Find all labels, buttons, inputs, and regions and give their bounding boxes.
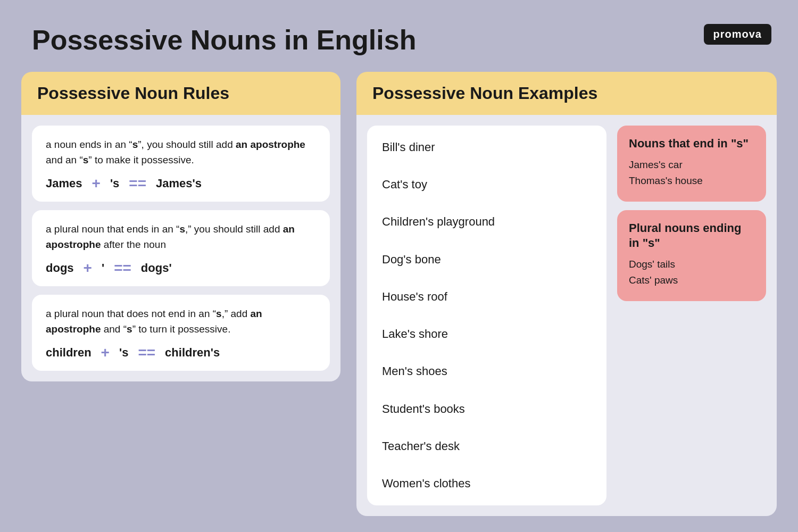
rule-card-1: a noun ends in an “s”, you should still … <box>32 126 330 202</box>
formula-word1: James <box>46 177 82 190</box>
left-body: a noun ends in an “s”, you should still … <box>21 115 340 381</box>
page-title: Possessive Nouns in English <box>32 24 416 56</box>
example-item-7: Student's books <box>382 399 592 419</box>
formula-word2-3: 's <box>119 346 128 360</box>
rule-text-2: a plural noun that ends in an “s,” you s… <box>46 222 316 252</box>
right-body: Bill's dinerCat's toyChildren's playgrou… <box>356 115 777 516</box>
side-box-item-0-1: Thomas's house <box>629 175 754 187</box>
side-box-item-1-1: Cats' paws <box>629 275 754 286</box>
formula-word2: 's <box>110 177 119 190</box>
formula-equals-1: == <box>129 175 146 192</box>
formula-word1-2: dogs <box>46 261 74 275</box>
example-item-5: Lake's shore <box>382 324 592 344</box>
formula-result-2: dogs' <box>141 261 172 275</box>
formula-word1-3: children <box>46 346 92 360</box>
formula-equals-2: == <box>114 260 131 277</box>
formula-plus-3: + <box>101 344 110 361</box>
side-box-title-0: Nouns that end in "s" <box>629 136 754 152</box>
example-item-3: Dog's bone <box>382 250 592 270</box>
example-item-6: Men's shoes <box>382 361 592 381</box>
rule-formula-3: children + 's == children's <box>46 344 316 361</box>
right-panel: Possessive Noun Examples Bill's dinerCat… <box>356 72 777 516</box>
rule-card-3: a plural noun that does not end in an “s… <box>32 295 330 371</box>
side-boxes: Nouns that end in "s"James's carThomas's… <box>617 126 766 505</box>
example-item-9: Women's clothes <box>382 473 592 494</box>
formula-equals-3: == <box>138 344 155 361</box>
side-box-title-1: Plural nouns ending in "s" <box>629 221 754 251</box>
example-item-0: Bill's diner <box>382 137 592 157</box>
example-item-4: House's roof <box>382 287 592 307</box>
side-box-item-0-0: James's car <box>629 159 754 171</box>
left-header-title: Possessive Noun Rules <box>37 84 325 103</box>
rule-formula-1: James + 's == James's <box>46 175 316 192</box>
rule-card-2: a plural noun that ends in an “s,” you s… <box>32 210 330 286</box>
side-box-item-1-0: Dogs' tails <box>629 259 754 270</box>
brand-badge: promova <box>704 24 771 45</box>
left-panel: Possessive Noun Rules a noun ends in an … <box>21 72 340 516</box>
example-item-2: Children's playground <box>382 212 592 232</box>
examples-list: Bill's dinerCat's toyChildren's playgrou… <box>367 126 606 505</box>
right-header: Possessive Noun Examples <box>356 72 777 115</box>
side-box-1: Plural nouns ending in "s"Dogs' tailsCat… <box>617 210 766 301</box>
example-item-8: Teacher's desk <box>382 436 592 456</box>
rule-text-1: a noun ends in an “s”, you should still … <box>46 137 316 168</box>
rule-formula-2: dogs + ' == dogs' <box>46 260 316 277</box>
formula-word2-2: ' <box>102 261 104 275</box>
left-header: Possessive Noun Rules <box>21 72 340 115</box>
rule-text-3: a plural noun that does not end in an “s… <box>46 306 316 337</box>
side-box-0: Nouns that end in "s"James's carThomas's… <box>617 126 766 202</box>
right-header-title: Possessive Noun Examples <box>372 84 761 103</box>
formula-plus-1: + <box>92 175 101 192</box>
example-item-1: Cat's toy <box>382 174 592 195</box>
formula-plus-2: + <box>84 260 92 277</box>
formula-result-3: children's <box>165 346 220 360</box>
main-layout: Possessive Noun Rules a noun ends in an … <box>21 72 777 516</box>
formula-result-1: James's <box>156 177 202 190</box>
